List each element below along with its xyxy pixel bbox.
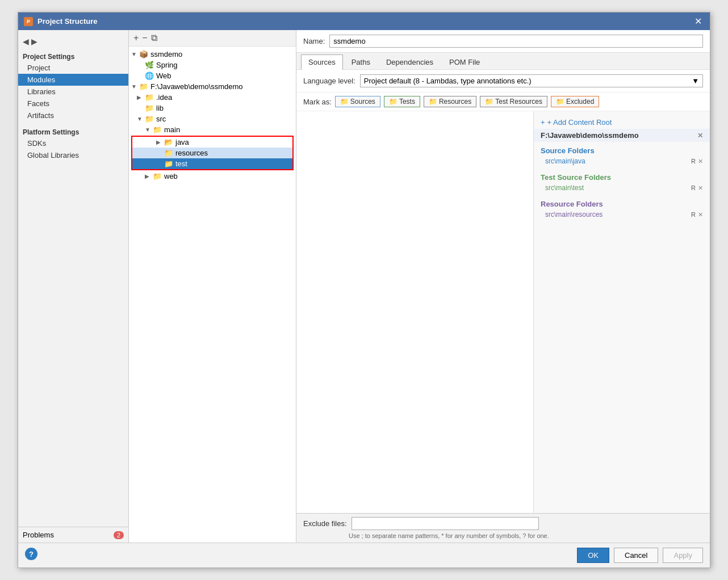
test-source-folders-title: Test Source Folders xyxy=(534,171,710,183)
tree-item-label: web xyxy=(164,172,178,180)
sidebar-item-libraries[interactable]: Libraries xyxy=(18,86,128,98)
dialog-footer: ? OK Cancel Apply xyxy=(18,543,710,568)
tab-dependencies[interactable]: Dependencies xyxy=(379,54,441,69)
back-button[interactable]: ◀ xyxy=(23,37,29,46)
tree-item-web[interactable]: 🌐 Web xyxy=(129,70,296,81)
source-folder-actions: R ✕ xyxy=(691,158,703,165)
ok-button[interactable]: OK xyxy=(577,548,609,563)
content-root-path-text: F:\Javaweb\demo\ssmdemo xyxy=(541,131,639,140)
exclude-bar: Exclude files: xyxy=(303,517,703,530)
resource-folder-r-btn[interactable]: R xyxy=(691,211,696,218)
language-level-select[interactable]: Project default (8 - Lambdas, type annot… xyxy=(360,74,703,87)
sidebar-item-label: Modules xyxy=(27,75,55,84)
test-folder-r-btn[interactable]: R xyxy=(691,184,696,191)
tree-item-ssmdemo[interactable]: ▼ 📦 ssmdemo xyxy=(129,49,296,60)
folder-icon: 📁 xyxy=(145,104,154,112)
tree-item-idea[interactable]: ▶ 📁 .idea xyxy=(129,92,296,103)
name-field-label: Name: xyxy=(303,37,325,45)
name-input[interactable] xyxy=(329,35,703,48)
chevron-down-icon: ▼ xyxy=(692,77,699,85)
app-icon: P xyxy=(24,17,33,26)
expand-icon[interactable]: ▼ xyxy=(137,116,144,122)
tree-item-web-folder[interactable]: ▶ 📁 web xyxy=(129,171,296,182)
exclude-hint: Use ; to separate name patterns, * for a… xyxy=(303,532,703,539)
sidebar-item-label: Artifacts xyxy=(27,111,54,120)
copy-module-button[interactable]: ⧉ xyxy=(151,33,157,43)
mark-sources-label: Sources xyxy=(350,98,375,106)
nav-arrows: ◀ ▶ xyxy=(18,35,128,51)
title-bar: P Project Structure ✕ xyxy=(18,12,710,30)
source-folders-title: Source Folders xyxy=(534,144,710,156)
sidebar-item-modules[interactable]: Modules xyxy=(18,74,128,86)
test-folder-path[interactable]: src\main\test xyxy=(545,184,584,192)
tree-item-spring[interactable]: 🌿 Spring xyxy=(129,60,296,70)
tab-pom-file[interactable]: POM File xyxy=(442,54,487,69)
plus-icon: + xyxy=(541,118,545,127)
add-module-button[interactable]: + xyxy=(133,33,139,43)
apply-button[interactable]: Apply xyxy=(663,548,703,563)
tree-content: ▼ 📦 ssmdemo 🌿 Spring 🌐 Web xyxy=(129,47,296,543)
folder-icon: 📁 xyxy=(164,149,173,157)
mark-excluded-button[interactable]: 📁 Excluded xyxy=(551,96,599,107)
expand-icon[interactable]: ▼ xyxy=(145,127,152,133)
source-folder-path[interactable]: src\main\java xyxy=(545,157,585,165)
folder-icon: 📁 xyxy=(153,126,162,134)
cancel-button[interactable]: Cancel xyxy=(614,548,658,563)
tree-item-label: lib xyxy=(156,104,164,112)
test-source-folders-section: Test Source Folders src\main\test R ✕ xyxy=(534,169,710,195)
remove-module-button[interactable]: − xyxy=(142,33,147,43)
tree-item-root-path[interactable]: ▼ 📁 F:\Javaweb\demo\ssmdemo xyxy=(129,81,296,92)
tab-sources[interactable]: Sources xyxy=(301,54,343,70)
expand-icon[interactable]: ▼ xyxy=(131,51,138,57)
close-button[interactable]: ✕ xyxy=(692,16,704,27)
forward-button[interactable]: ▶ xyxy=(31,37,37,46)
tree-item-label: Web xyxy=(156,72,171,80)
help-button[interactable]: ? xyxy=(25,548,37,560)
tree-item-src[interactable]: ▼ 📁 src xyxy=(129,114,296,124)
tree-item-lib[interactable]: 📁 lib xyxy=(129,103,296,114)
dialog-title: Project Structure xyxy=(37,17,97,26)
sidebar-item-sdks[interactable]: SDKs xyxy=(18,137,128,149)
folder-icon: 📁 xyxy=(164,160,173,168)
expand-icon[interactable]: ▶ xyxy=(156,139,163,145)
language-bar: Language level: Project default (8 - Lam… xyxy=(296,70,710,93)
sidebar-item-artifacts[interactable]: Artifacts xyxy=(18,110,128,121)
sidebar-item-project[interactable]: Project xyxy=(18,62,128,74)
tree-item-test[interactable]: 📁 test xyxy=(132,158,292,169)
x-icon[interactable]: ✕ xyxy=(698,211,703,218)
exclude-files-input[interactable] xyxy=(352,517,539,530)
add-content-root-button[interactable]: + + Add Content Root xyxy=(534,116,710,129)
expand-icon[interactable]: ▼ xyxy=(131,83,138,90)
mark-sources-button[interactable]: 📁 Sources xyxy=(335,96,380,107)
mark-tests-button[interactable]: 📁 Tests xyxy=(384,96,420,107)
remove-content-root-button[interactable]: ✕ xyxy=(697,132,703,140)
tab-paths[interactable]: Paths xyxy=(344,54,378,69)
x-icon[interactable]: ✕ xyxy=(698,158,703,165)
sources-folder-icon: 📁 xyxy=(340,98,349,106)
tree-item-main[interactable]: ▼ 📁 main xyxy=(129,124,296,135)
resource-folder-path[interactable]: src\main\resources xyxy=(545,211,603,218)
folder-icon: 📂 xyxy=(164,138,173,146)
expand-icon[interactable]: ▶ xyxy=(145,173,152,179)
mark-resources-button[interactable]: 📁 Resources xyxy=(424,96,476,107)
sidebar-item-facets[interactable]: Facets xyxy=(18,98,128,110)
name-bar: Name: xyxy=(296,30,710,53)
mark-resources-label: Resources xyxy=(439,98,471,106)
excluded-folder-icon: 📁 xyxy=(556,98,564,106)
exclude-files-label: Exclude files: xyxy=(303,519,347,528)
mark-test-resources-button[interactable]: 📁 Test Resources xyxy=(480,96,547,107)
tree-panel: + − ⧉ ▼ 📦 ssmdemo 🌿 Spring xyxy=(129,30,296,543)
source-folder-r-btn[interactable]: R xyxy=(691,158,696,165)
sidebar-item-global-libraries[interactable]: Global Libraries xyxy=(18,149,128,161)
tree-item-resources[interactable]: 📁 resources xyxy=(132,148,292,158)
resource-folders-section: Resource Folders src\main\resources R ✕ xyxy=(534,195,710,222)
folder-icon: 📁 xyxy=(139,83,148,91)
folder-icon: 📁 xyxy=(145,94,154,102)
x-icon[interactable]: ✕ xyxy=(698,184,703,192)
test-folder-actions: R ✕ xyxy=(691,184,703,192)
mark-as-label: Mark as: xyxy=(303,98,332,106)
tree-item-java[interactable]: ▶ 📂 java xyxy=(132,137,292,148)
problems-section[interactable]: Problems 2 xyxy=(18,527,128,543)
expand-icon[interactable]: ▶ xyxy=(137,94,144,100)
test-folder-item: src\main\test R ✕ xyxy=(534,183,710,193)
